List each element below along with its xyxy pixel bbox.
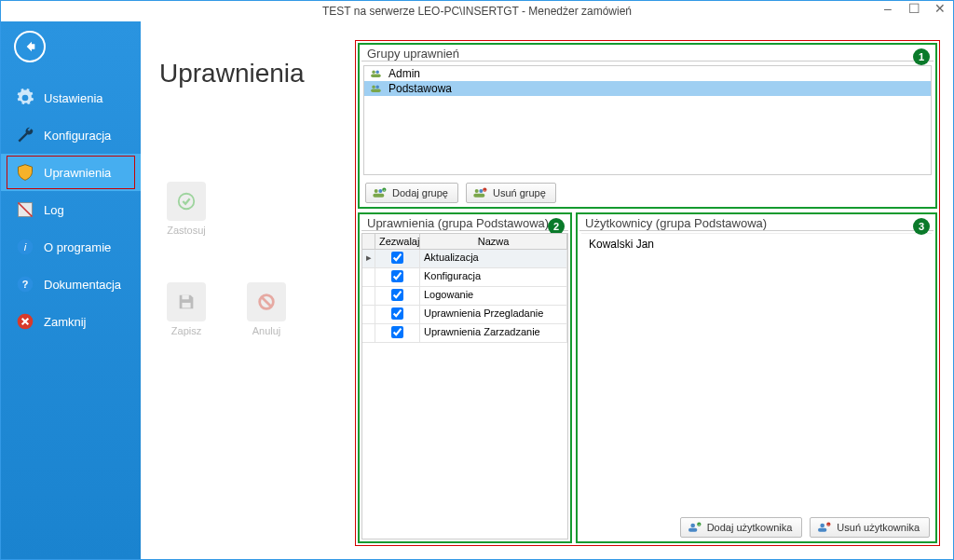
content-column: Grupy uprawnień 1 AdminPodstawowa + Doda…	[355, 21, 953, 559]
permission-row[interactable]: ▸Aktualizacja	[362, 250, 567, 268]
apply-button[interactable]: Zastosuj	[159, 182, 213, 236]
sidebar-item-uprawnienia[interactable]: Uprawnienia	[1, 154, 141, 191]
cancel-label: Anuluj	[252, 325, 281, 336]
titlebar: TEST na serwerze LEO-PC\INSERTGT - Mened…	[1, 1, 953, 21]
permission-row[interactable]: Uprawnienia Przegladanie	[362, 306, 567, 324]
body: Ustawienia Konfiguracja Uprawnienia Log …	[1, 21, 953, 559]
svg-text:?: ?	[22, 279, 29, 290]
permission-row[interactable]: Uprawnienia Zarzadzanie	[362, 324, 567, 343]
permission-name: Konfiguracja	[420, 268, 567, 286]
svg-rect-15	[371, 89, 381, 93]
svg-rect-18	[373, 194, 384, 198]
info-icon: i	[16, 238, 34, 256]
shield-icon	[16, 163, 34, 182]
back-button[interactable]	[14, 31, 46, 62]
delete-user-button[interactable]: – Usuń użytkownika	[810, 517, 930, 538]
svg-point-10	[372, 71, 375, 75]
allow-checkbox[interactable]	[391, 289, 403, 301]
users-add-icon: +	[372, 186, 387, 199]
save-button[interactable]: Zapisz	[159, 282, 213, 336]
permissions-panel: Uprawnienia (grupa Podstawowa) 2 Zezwala…	[358, 212, 572, 543]
svg-point-13	[372, 86, 375, 89]
group-row[interactable]: Podstawowa	[364, 81, 931, 96]
groups-list[interactable]: AdminPodstawowa	[363, 65, 932, 175]
permission-name: Uprawnienia Przegladanie	[420, 306, 567, 323]
sidebar-item-dokumentacja[interactable]: ? Dokumentacja	[1, 266, 141, 303]
sidebar-item-konfiguracja[interactable]: Konfiguracja	[1, 116, 141, 154]
user-remove-icon: –	[816, 521, 831, 534]
add-user-label: Dodaj użytkownika	[707, 522, 793, 533]
groups-panel-badge: 1	[913, 48, 930, 65]
users-panel-title: Użytkownicy (grupa Podstawowa)	[579, 214, 934, 231]
close-icon	[16, 312, 34, 331]
app-window: TEST na serwerze LEO-PC\INSERTGT - Mened…	[0, 0, 954, 560]
col-allow: Zezwalaj	[375, 234, 420, 249]
allow-checkbox[interactable]	[391, 326, 403, 338]
wrench-icon	[16, 126, 34, 144]
users-icon	[370, 83, 383, 94]
log-icon	[16, 200, 34, 219]
svg-point-21	[475, 189, 479, 193]
sidebar-item-zamknij[interactable]: Zamknij	[1, 303, 141, 340]
groups-panel-title: Grupy uprawnień	[361, 45, 934, 61]
cancel-button[interactable]: Anuluj	[239, 282, 293, 336]
svg-text:i: i	[24, 240, 27, 253]
svg-rect-23	[473, 194, 484, 198]
minimize-button[interactable]: –	[879, 1, 897, 16]
cancel-icon	[247, 282, 286, 321]
svg-point-14	[375, 86, 379, 89]
allow-checkbox[interactable]	[391, 252, 403, 264]
svg-point-17	[378, 189, 382, 193]
add-group-button[interactable]: + Dodaj grupę	[365, 183, 458, 203]
check-icon	[167, 182, 206, 221]
save-label: Zapisz	[171, 325, 201, 336]
svg-rect-31	[818, 528, 826, 532]
sidebar-item-label: Dokumentacja	[44, 278, 121, 292]
maximize-button[interactable]: ☐	[905, 1, 923, 16]
delete-group-button[interactable]: – Usuń grupę	[466, 183, 556, 203]
highlight-frame: Grupy uprawnień 1 AdminPodstawowa + Doda…	[355, 40, 940, 546]
save-icon	[167, 282, 206, 321]
sidebar-item-ustawienia[interactable]: Ustawienia	[1, 79, 141, 116]
permission-row[interactable]: Logowanie	[362, 287, 567, 306]
svg-point-11	[375, 71, 379, 75]
permission-name: Aktualizacja	[420, 250, 567, 267]
arrow-left-icon	[22, 39, 37, 54]
allow-checkbox[interactable]	[391, 307, 403, 320]
page-title: Uprawnienia	[159, 59, 336, 89]
users-icon	[370, 68, 383, 79]
users-panel: Użytkownicy (grupa Podstawowa) 3 Kowalsk…	[576, 212, 937, 543]
svg-point-26	[690, 524, 695, 528]
sidebar-item-label: Ustawienia	[44, 91, 103, 105]
group-row[interactable]: Admin	[364, 66, 931, 81]
window-controls: – ☐ ✕	[879, 1, 949, 16]
sidebar-item-label: Konfiguracja	[44, 129, 111, 143]
users-remove-icon: –	[472, 186, 487, 199]
groups-buttons: + Dodaj grupę – Usuń grupę	[360, 179, 935, 207]
users-buttons: + Dodaj użytkownika – Usuń użytkownika	[578, 513, 935, 541]
sidebar-item-label: Log	[44, 203, 64, 217]
svg-rect-7	[182, 295, 188, 300]
permissions-header: Zezwalaj Nazwa	[362, 234, 567, 250]
sidebar-item-oprogramie[interactable]: i O programie	[1, 228, 141, 266]
permissions-panel-title: Uprawnienia (grupa Podstawowa)	[361, 214, 568, 231]
col-name: Nazwa	[420, 234, 567, 249]
add-user-button[interactable]: + Dodaj użytkownika	[680, 517, 803, 538]
user-row[interactable]: Kowalski Jan	[589, 238, 924, 251]
users-list[interactable]: Kowalski Jan	[581, 233, 932, 512]
actions-column: Uprawnienia Zastosuj Zapisz Anuluj	[141, 21, 355, 559]
user-add-icon: +	[687, 521, 702, 534]
sidebar: Ustawienia Konfiguracja Uprawnienia Log …	[1, 21, 141, 559]
delete-group-label: Usuń grupę	[493, 187, 546, 198]
permission-row[interactable]: Konfiguracja	[362, 268, 567, 287]
gear-icon	[16, 89, 34, 107]
sidebar-item-log[interactable]: Log	[1, 191, 141, 228]
allow-checkbox[interactable]	[391, 270, 403, 282]
close-window-button[interactable]: ✕	[931, 1, 949, 16]
group-name: Podstawowa	[388, 82, 452, 95]
permission-name: Logowanie	[420, 287, 567, 305]
permissions-table[interactable]: Zezwalaj Nazwa ▸AktualizacjaKonfiguracja…	[361, 233, 568, 540]
group-name: Admin	[388, 67, 420, 80]
svg-point-30	[821, 524, 825, 528]
permission-name: Uprawnienia Zarzadzanie	[420, 324, 567, 342]
